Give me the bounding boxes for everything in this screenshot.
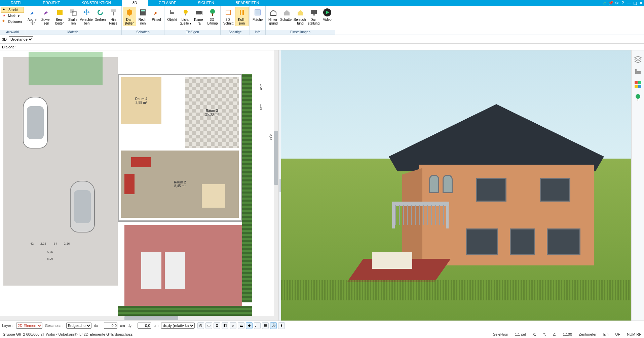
objekt-button[interactable]: Objekt (165, 7, 179, 23)
help-icon[interactable]: ? (620, 0, 626, 6)
ribbon-group-info: Fläche Info (250, 6, 266, 35)
flaeche-button[interactable]: Fläche (251, 7, 264, 23)
layer-select-bottom[interactable]: 2D-Elemen (16, 323, 42, 329)
geschoss-select[interactable]: Erdgescho (66, 323, 91, 329)
minimize-button[interactable]: — (626, 0, 632, 6)
room-area: 2,88 m² (136, 101, 147, 104)
screen-icon[interactable]: ▭ (205, 322, 212, 329)
dy-input[interactable] (138, 323, 151, 329)
gear-icon[interactable]: ⚙ (614, 0, 620, 6)
status-ein: Ein (603, 332, 609, 336)
video-button[interactable]: Video (320, 7, 334, 23)
dx-label: dx = (94, 324, 101, 328)
status-z: Z: (553, 332, 556, 336)
lounger-1 (141, 252, 161, 289)
beleuchtung-button[interactable]: Beleuch- tung (294, 7, 307, 26)
house-icon (269, 8, 278, 17)
darstellen-button[interactable]: Dar- stellen (123, 7, 136, 26)
cube-icon[interactable]: ◧ (222, 322, 228, 329)
plants-icon[interactable] (634, 93, 642, 101)
layer-select[interactable]: Urgelände (9, 36, 33, 42)
3d-bitmap-button[interactable]: 3D- Bitmap (206, 7, 219, 26)
stack-icon[interactable]: ≣ (214, 322, 220, 329)
svg-rect-26 (638, 98, 638, 101)
lichtquelle-button[interactable]: Licht- quelle ▾ (179, 7, 192, 26)
chair-icon (167, 8, 177, 17)
abgreifen-button[interactable]: Abgrei- fen (26, 7, 40, 26)
ribbon-group-auswahl: ➤Selekt 🔺Mark. ▾ ✚Optionen Auswahl (0, 6, 25, 35)
svg-rect-17 (313, 14, 315, 15)
dimension: 2,26 (40, 242, 46, 245)
view3d-icon[interactable]: ◆ (246, 322, 253, 329)
ribbon-group-label: Auswahl (0, 30, 25, 35)
coords-mode-select[interactable]: dx,dy (relativ ka (161, 323, 195, 329)
tab-3d[interactable]: 3D (122, 0, 148, 6)
skalieren-button[interactable]: Skalie- ren (67, 7, 80, 26)
verschieben-button[interactable]: Verschie- ben (80, 7, 93, 26)
view-splitter[interactable] (278, 50, 281, 321)
ribbon-group-schatten: Dar- stellen Rech- nen Pinsel Schatten (122, 6, 164, 35)
tab-gelaende[interactable]: GELÄNDE (148, 0, 187, 6)
status-selektion: Selektion (493, 332, 508, 336)
dialog-bar: Dialoge: (0, 44, 644, 50)
plan-2d-viewport[interactable]: Raum 4 2,88 m² Raum 1 20,11 m² Raum 3 25… (0, 50, 278, 321)
ribbon-group-label: Einfügen (164, 30, 220, 35)
schatten-button[interactable]: Schatten (280, 7, 294, 23)
status-unit: Zentimeter (579, 332, 597, 336)
lounger-2 (165, 252, 185, 289)
materials-icon[interactable] (634, 81, 642, 89)
roof2-icon[interactable]: ⛰ (238, 322, 244, 329)
bearbeiten-button[interactable]: Bear- beiten (53, 7, 67, 26)
furniture-icon[interactable] (634, 68, 642, 76)
dx-unit: cm (120, 324, 125, 328)
edit-icon (55, 8, 65, 17)
kamera-button[interactable]: Kame- ra (192, 7, 206, 26)
pinsel-button[interactable]: Pinsel (150, 7, 163, 23)
tab-projekt[interactable]: PROJEKT (32, 0, 71, 6)
selekt-button[interactable]: ➤Selekt (1, 7, 24, 13)
hscrollbar-2d[interactable] (0, 316, 278, 321)
status-num: NUM RF (627, 332, 641, 336)
mark-button[interactable]: 🔺Mark. ▾ (1, 13, 24, 18)
grid-dots-icon[interactable]: ⋮⋮ (254, 322, 261, 329)
rechnen-button[interactable]: Rech- nen (136, 7, 150, 26)
dimension: 2,26 (64, 242, 70, 245)
table-icon (202, 184, 225, 208)
roof-icon[interactable]: ⌂ (230, 322, 236, 329)
svg-rect-14 (226, 10, 231, 15)
svg-rect-8 (170, 10, 171, 12)
side-panel (631, 50, 644, 321)
warning-icon[interactable]: ⚠ (602, 0, 608, 6)
zuweisen-button[interactable]: Zuwei- sen (40, 7, 53, 26)
vscrollbar-2d[interactable] (274, 50, 278, 316)
ribbon-group-einfuegen: Objekt Licht- quelle ▾ Kame- ra 3D- Bitm… (164, 6, 221, 35)
optionen-button[interactable]: ✚Optionen (1, 19, 24, 24)
render-3d-viewport[interactable] (281, 50, 631, 321)
darstellung-button[interactable]: Dar- stellung (307, 7, 320, 26)
close-button[interactable]: ✕ (638, 0, 644, 6)
tab-sichten[interactable]: SICHTEN (187, 0, 225, 6)
tab-datei[interactable]: DATEI (0, 0, 32, 6)
grid-icon[interactable]: ▦ (262, 322, 269, 329)
clock-icon[interactable]: ◷ (197, 322, 204, 329)
hintergrund-button[interactable]: Hinter- grund (267, 7, 280, 26)
tab-bearbeiten[interactable]: BEARBEITEN (225, 0, 270, 6)
ribbon: ➤Selekt 🔺Mark. ▾ ✚Optionen Auswahl Abgre… (0, 6, 644, 35)
layers-icon[interactable] (634, 55, 642, 63)
dimension: 6,00 (47, 257, 53, 260)
info-icon[interactable]: ℹ (278, 322, 285, 329)
north-icon[interactable]: Ⓝ (270, 322, 277, 329)
3d-schnitt-button[interactable]: 3D- Schnitt (222, 7, 235, 26)
maximize-button[interactable]: ▢ (632, 0, 638, 6)
tab-konstruktion[interactable]: KONSTRUKTION (71, 0, 121, 6)
svg-point-25 (636, 94, 640, 99)
kollision-button[interactable]: Kolli- sion (235, 7, 249, 26)
pin-icon[interactable]: 📌 (608, 0, 614, 6)
dx-input[interactable] (104, 323, 117, 329)
geschoss-label: Geschoss : (45, 324, 64, 328)
ribbon-group-label: Material (25, 30, 121, 35)
drehen-button[interactable]: Drehen (93, 7, 107, 23)
dy-unit: cm (154, 324, 159, 328)
hintergrundpinsel-button[interactable]: Hin. Pinsel (107, 7, 120, 26)
view-mode-bar: 3D Urgelände (0, 35, 644, 44)
